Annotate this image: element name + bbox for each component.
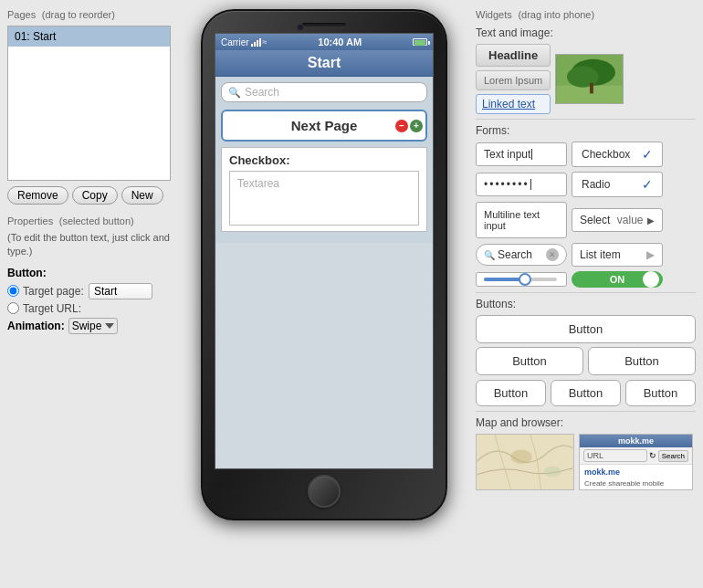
lorem-widget[interactable]: Lorem Ipsum: [476, 70, 551, 90]
battery-icon: [413, 38, 427, 46]
remove-button[interactable]: Remove: [7, 186, 68, 205]
slider-thumb[interactable]: [519, 273, 531, 286]
button-half-2[interactable]: Button: [588, 347, 696, 375]
animation-row: Animation: Swipe Fade None: [7, 318, 171, 334]
phone-navbar: Start: [215, 50, 433, 77]
svg-point-7: [543, 467, 561, 478]
copy-button[interactable]: Copy: [72, 186, 118, 205]
text-input-widget[interactable]: Text input: [476, 142, 567, 166]
map-browser-label: Map and browser:: [476, 416, 696, 429]
phone-speaker: [301, 22, 347, 27]
page-actions: Remove Copy New: [7, 186, 171, 205]
wifi-icon: ≈: [263, 37, 268, 47]
radio-widget[interactable]: Radio ✓: [572, 172, 663, 197]
properties-section: Properties (selected button) (To edit th…: [7, 214, 171, 334]
cursor: [531, 149, 532, 160]
checkbox-widget[interactable]: Checkbox ✓: [572, 142, 663, 167]
search-clear-icon[interactable]: ✕: [546, 248, 559, 261]
target-page-row: Target page:: [7, 283, 171, 299]
browser-link: mokk.me: [580, 465, 692, 479]
phone-home-button[interactable]: [308, 475, 341, 508]
browser-url-input[interactable]: URL: [583, 449, 647, 462]
button-half-row: Button Button: [476, 347, 696, 375]
button-half-1[interactable]: Button: [476, 347, 583, 375]
toggle-widget[interactable]: ON: [572, 271, 663, 288]
forms-row-1: Text input Checkbox ✓: [476, 142, 696, 167]
divider-3: [476, 411, 696, 412]
browser-titlebar: mokk.me: [580, 435, 692, 447]
properties-title: Properties (selected button): [7, 214, 171, 227]
phone-page-title: Start: [308, 55, 341, 70]
password-widget[interactable]: ••••••••: [476, 173, 567, 196]
phone-checkbox-label: Checkbox:: [229, 153, 419, 167]
props-hint: (To edit the button text, just click and…: [7, 231, 171, 259]
svg-rect-1: [557, 86, 623, 103]
page-item-start[interactable]: 01: Start: [8, 26, 170, 47]
widget-controls: − +: [395, 120, 423, 132]
button-third-row: Button Button Button: [476, 380, 696, 406]
divider-1: [476, 119, 696, 120]
animation-select[interactable]: Swipe Fade None: [68, 318, 118, 334]
phone-search-placeholder: Search: [245, 86, 279, 99]
browser-urlbar: URL ↻ Search: [580, 447, 692, 465]
target-page-label: Target page:: [23, 285, 89, 298]
radio-checkmark: ✓: [642, 177, 653, 192]
map-browser-row: mokk.me URL ↻ Search mokk.me Create shar…: [476, 434, 696, 490]
target-url-label: Target URL:: [23, 302, 89, 315]
browser-refresh-icon[interactable]: ↻: [649, 451, 656, 460]
left-panel: Pages (drag to reorder) 01: Start Remove…: [0, 0, 178, 588]
phone-next-button[interactable]: Next Page − +: [221, 110, 427, 142]
browser-widget[interactable]: mokk.me URL ↻ Search mokk.me Create shar…: [579, 434, 693, 490]
button-third-1[interactable]: Button: [476, 380, 546, 406]
widget-add-btn[interactable]: +: [410, 120, 423, 132]
target-url-radio[interactable]: [7, 302, 19, 314]
select-widget[interactable]: Select value ▶: [572, 208, 663, 232]
image-widget[interactable]: [555, 54, 624, 104]
widget-remove-btn[interactable]: −: [395, 120, 408, 132]
linked-text-widget[interactable]: Linked text: [476, 94, 551, 114]
slider-track: [484, 278, 557, 281]
svg-point-3: [567, 67, 599, 88]
headline-widget[interactable]: Headline: [476, 44, 551, 67]
phone-search-bar[interactable]: 🔍 Search: [221, 82, 427, 102]
buttons-label: Buttons:: [476, 298, 696, 310]
phone-camera: [297, 24, 304, 31]
button-third-2[interactable]: Button: [551, 380, 621, 406]
widgets-title: Widgets (drag into phone): [476, 7, 696, 21]
checkmark-icon: ✓: [642, 147, 653, 162]
listitem-widget[interactable]: List item ▶: [572, 243, 663, 267]
new-button[interactable]: New: [121, 186, 163, 205]
carrier-label: Carrier: [221, 37, 249, 47]
svg-rect-4: [590, 83, 593, 94]
phone-mockup: Carrier ≈ 10:40 AM: [201, 9, 447, 520]
search-widget[interactable]: 🔍 Search ✕: [476, 244, 567, 266]
target-url-row: Target URL:: [7, 302, 171, 315]
screen-content: 🔍 Search Next Page − + Checkbox: Textare…: [215, 77, 433, 243]
target-page-input[interactable]: [89, 283, 152, 299]
divider-2: [476, 292, 696, 293]
browser-tagline: Create shareable mobile: [580, 479, 692, 488]
cursor: [530, 179, 531, 190]
slider-widget[interactable]: [476, 272, 567, 287]
target-page-radio[interactable]: [7, 285, 19, 297]
animation-label: Animation:: [7, 320, 65, 332]
forms-row-3: Multiline text input Select value ▶: [476, 202, 696, 238]
button-third-3[interactable]: Button: [625, 380, 696, 406]
button-full-widget[interactable]: Button: [476, 315, 696, 343]
phone-textarea[interactable]: Textarea: [229, 171, 419, 226]
status-right: [413, 38, 427, 46]
search-icon-small: 🔍: [484, 250, 495, 260]
map-widget[interactable]: [476, 434, 574, 490]
status-bar: Carrier ≈ 10:40 AM: [215, 34, 433, 50]
center-panel: Carrier ≈ 10:40 AM: [178, 0, 470, 588]
pages-list: 01: Start: [7, 26, 171, 181]
phone-search-icon: 🔍: [228, 87, 241, 99]
list-arrow-icon: ▶: [646, 248, 655, 261]
multiline-widget[interactable]: Multiline text input: [476, 202, 567, 238]
phone-checkbox-section: Checkbox: Textarea: [221, 147, 427, 232]
browser-search-btn[interactable]: Search: [658, 450, 688, 462]
text-image-row: Headline Lorem Ipsum Linked text: [476, 44, 696, 114]
text-image-label: Text and image:: [476, 26, 696, 39]
button-section-label: Button:: [7, 267, 171, 279]
time-display: 10:40 AM: [318, 37, 362, 47]
